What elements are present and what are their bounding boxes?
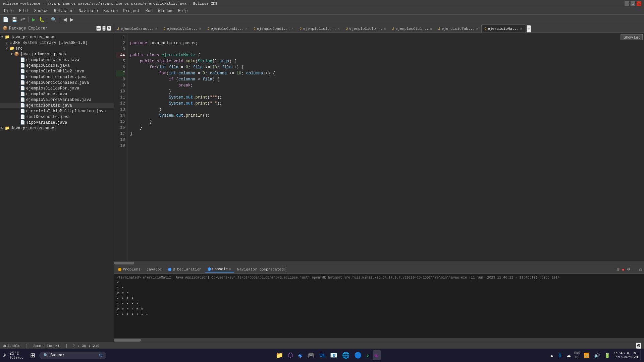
line-num-15: 15 — [116, 119, 125, 125]
tab-condi2[interactable]: J ejemploCondi... ✕ — [250, 24, 297, 33]
run-button[interactable]: ▶ — [31, 16, 37, 23]
tab-valores[interactable]: J ejemploValo... ✕ — [160, 24, 204, 33]
taskbar-battery-button[interactable]: 🔋 — [603, 351, 611, 359]
tree-file-tipovariable[interactable]: 📄 TipoVariable.java — [0, 120, 114, 125]
menu-navigate[interactable]: Navigate — [76, 8, 101, 14]
tab-close-3[interactable]: ✕ — [245, 27, 247, 31]
tab-close-1[interactable]: ✕ — [155, 27, 157, 31]
tree-file-tabla[interactable]: 📄 ejercicioTablaMultiplicacion.java — [0, 108, 114, 114]
code-content[interactable]: package java_primeros_pasos; public clas… — [127, 33, 644, 261]
menu-run[interactable]: Run — [143, 8, 156, 14]
taskbar-files-button[interactable]: 📁 — [274, 350, 284, 360]
search-box[interactable]: 🔍 Buscar ⬡ — [39, 352, 106, 359]
tree-file-caracteres[interactable]: 📄 ejemploCaracteres.java — [0, 57, 114, 63]
tree-file-ciclosfor[interactable]: 📄 ejemplosCiclosFor.java — [0, 85, 114, 91]
tree-file-ciclos[interactable]: 📄 ejemploCiclos.java — [0, 63, 114, 68]
tree-pkg[interactable]: ▼ 📦 java_primeros_pasos — [0, 51, 114, 57]
debug-button[interactable]: 🐛 — [38, 16, 46, 23]
tab-console[interactable]: Console ✕ — [205, 266, 234, 273]
tab-new-button[interactable]: + — [527, 25, 531, 33]
tree-src[interactable]: ▼ 📁 src — [0, 46, 114, 51]
start-button[interactable]: ⊞ — [29, 350, 37, 360]
tree-java-primeros-pasos2[interactable]: ▷ 📁 Java-primeros-pasos — [0, 125, 114, 131]
tree-label-file6: ejemplosCiclosFor.java — [26, 86, 79, 91]
console-minimize-button[interactable]: — — [632, 267, 638, 272]
menu-search[interactable]: Search — [101, 8, 120, 14]
tree-file-condicionales[interactable]: 📄 ejemploCondicionales.java — [0, 74, 114, 80]
taskbar-bing-button[interactable]: B — [557, 351, 563, 359]
save-all-button[interactable]: 🗃 — [19, 16, 27, 23]
tree-file-cicloswhile[interactable]: 📄 ejemploCiclosWhile2.java — [0, 68, 114, 74]
taskbar-volume-button[interactable]: 🔊 — [593, 351, 601, 359]
tree-file-scope[interactable]: 📄 ejemploScope.java — [0, 91, 114, 97]
menu-project[interactable]: Project — [120, 8, 143, 14]
editor-hscroll[interactable] — [114, 261, 644, 265]
taskbar-music-button[interactable]: ♪ — [365, 351, 371, 360]
tab-problems[interactable]: Problems — [115, 267, 143, 272]
tab-close-5[interactable]: ✕ — [338, 27, 340, 31]
tree-file-matiz[interactable]: 📄 ejercicioMatiz.java — [0, 103, 114, 108]
taskbar-cloud-button[interactable]: ☁ — [565, 351, 572, 359]
console-stop-button[interactable]: ■ — [621, 267, 626, 272]
taskbar-app4-button[interactable]: 🎮 — [306, 350, 316, 360]
prev-button[interactable]: ◀ — [62, 16, 68, 23]
tree-file-condicionales2[interactable]: 📄 ejemploCondicionales2.java — [0, 80, 114, 85]
tree-file-valores[interactable]: 📄 ejemploValoresVariabes.java — [0, 97, 114, 103]
tab-close-4[interactable]: ✕ — [291, 27, 293, 31]
minimize-button[interactable]: — — [625, 1, 629, 6]
tab-tabla[interactable]: J ejercicioTab... ✕ — [435, 24, 481, 33]
console-hscroll[interactable] — [114, 338, 644, 342]
taskbar-eclipse-button[interactable]: ☯ — [373, 350, 381, 360]
taskbar-up-button[interactable]: ▲ — [548, 352, 555, 359]
menu-refactor[interactable]: Refactor — [51, 8, 76, 14]
console-settings-button[interactable]: ⚙ — [626, 267, 631, 272]
menu-file[interactable]: File — [1, 8, 16, 14]
menu-help[interactable]: Help — [175, 8, 191, 14]
tab-matiz[interactable]: J ejercicioMa... ✕ — [481, 24, 525, 33]
maximize-button[interactable]: □ — [631, 1, 635, 6]
file-icon-10: 📄 — [20, 109, 25, 114]
tab-ciclo2[interactable]: J ejemploCiclo... ✕ — [343, 24, 389, 33]
close-button[interactable]: ✕ — [637, 1, 641, 6]
pe-close-button[interactable]: ✕ — [107, 26, 111, 31]
tree-java-primeros-pasos[interactable]: ▼ 📁 java_primeros_pasos — [0, 34, 114, 40]
next-button[interactable]: ▶ — [69, 16, 75, 23]
taskbar-mail-button[interactable]: 📧 — [329, 350, 339, 360]
taskbar-store-button[interactable]: 🛍 — [318, 351, 327, 360]
tab-close-6[interactable]: ✕ — [384, 27, 386, 31]
menu-source[interactable]: Source — [32, 8, 51, 14]
tab-caracteres[interactable]: J ejemploCarac... ✕ — [114, 24, 160, 33]
menu-window[interactable]: Window — [155, 8, 175, 14]
tab-close-2[interactable]: ✕ — [199, 27, 201, 31]
tab-close-9[interactable]: ✕ — [520, 27, 522, 31]
menu-edit[interactable]: Edit — [16, 8, 32, 14]
tab-declaration[interactable]: @ Declaration — [165, 267, 204, 272]
tree-jre[interactable]: ▷ ☕ JRE System Library [JavaSE-1.8] — [0, 40, 114, 46]
pe-minimize-button[interactable]: — — [96, 26, 101, 31]
tab-close-8[interactable]: ✕ — [476, 27, 478, 31]
console-maximize-button[interactable]: □ — [638, 267, 643, 272]
show-list-button[interactable]: Show List — [621, 34, 643, 40]
tree-file-descuento[interactable]: 📄 testDescuento.java — [0, 114, 114, 120]
taskbar-wifi-button[interactable]: 📶 — [582, 351, 591, 359]
taskbar-app2-button[interactable]: ⬡ — [286, 350, 294, 360]
tab-javadoc[interactable]: Javadoc — [144, 267, 165, 272]
tab-ciclos[interactable]: J ejemplosCicl... ✕ — [389, 24, 435, 33]
pe-maximize-button[interactable]: □ — [102, 26, 106, 31]
tab-ciclo1[interactable]: J ejemploCiclo... ✕ — [297, 24, 343, 33]
save-button[interactable]: 💾 — [10, 16, 19, 23]
search-tb-button[interactable]: 🔍 — [50, 16, 58, 23]
taskbar-edge-button[interactable]: 🔵 — [353, 350, 363, 360]
console-clear-button[interactable]: ⊟ — [615, 267, 621, 272]
show-desktop-button[interactable] — [640, 350, 641, 360]
taskbar-app3-button[interactable]: ◈ — [297, 350, 304, 360]
taskbar-browser-button[interactable]: 🌐 — [341, 350, 351, 360]
console-tab-close[interactable]: ✕ — [229, 267, 231, 271]
tab-close-7[interactable]: ✕ — [430, 27, 432, 31]
new-button[interactable]: 📄 — [1, 16, 10, 23]
tab-navigator[interactable]: Navigator (Deprecated) — [234, 267, 288, 272]
file-icon-9: 📄 — [20, 103, 25, 108]
status-settings-button[interactable]: ⚙ — [636, 343, 641, 349]
tab-condi1[interactable]: J ejemploCondi... ✕ — [204, 24, 251, 33]
time-display[interactable]: 11:46 a. m. 11/06/2023 — [613, 351, 638, 359]
